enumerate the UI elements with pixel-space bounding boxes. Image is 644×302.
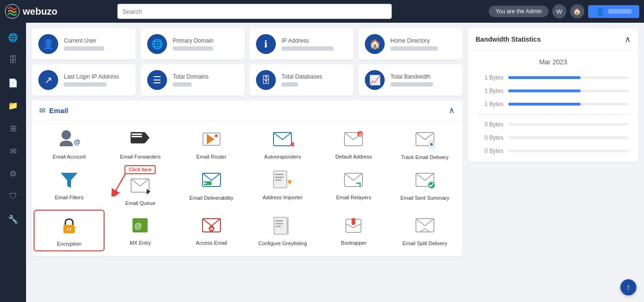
default-address-icon: @: [342, 129, 365, 151]
sidebar: 🌐 🗄 📄 📁 ⊞ ✉ ⚙ 🛡 🔧: [0, 23, 26, 302]
home-icon[interactable]: 🏠: [570, 4, 584, 18]
encryption-icon: [58, 216, 80, 238]
svg-point-17: [430, 143, 433, 146]
home-directory-icon: 🏠: [365, 34, 385, 54]
total-bandwidth-label: Total Bandwidth: [390, 73, 433, 80]
email-section-collapse[interactable]: ∧: [449, 105, 455, 115]
svg-rect-29: [275, 179, 282, 181]
click-here-arrow: [111, 173, 130, 196]
card-ip-address: ℹ IP Address: [249, 28, 353, 60]
card-primary-domain: 🌐 Primary Domain: [141, 28, 245, 60]
svg-rect-5: [132, 133, 142, 135]
bandwidth-bar-0: [508, 76, 581, 79]
email-account-item[interactable]: @ Email Account: [34, 124, 105, 164]
svg-marker-18: [61, 173, 78, 188]
mx-entry-item[interactable]: @ MX Entry: [105, 210, 176, 251]
bandwidth-bar-wrap-1: [508, 89, 629, 92]
email-deliverability-label: Email Deliverability: [189, 195, 233, 201]
email-queue-item[interactable]: Click here E: [105, 164, 176, 210]
autoresponders-item[interactable]: Autoresponders: [247, 124, 318, 164]
bandwidth-bar-1: [508, 89, 581, 92]
bandwidth-bar-wrap-3: [508, 123, 629, 126]
boxtrapper-item[interactable]: Boxtrapper: [318, 210, 389, 251]
sidebar-item-mail[interactable]: ✉: [5, 143, 21, 159]
address-importer-icon: [271, 170, 294, 192]
track-email-delivery-icon: [414, 129, 436, 151]
default-address-item[interactable]: @ Default Address: [318, 124, 389, 164]
sidebar-item-shield[interactable]: 🛡: [5, 188, 21, 204]
email-queue-icon: [129, 176, 151, 197]
search-input[interactable]: [117, 4, 392, 19]
email-filters-item[interactable]: Email Filters: [34, 164, 105, 210]
click-here-badge: Click here: [125, 165, 156, 174]
svg-point-1: [62, 130, 71, 140]
scroll-up-button[interactable]: ↑: [620, 279, 636, 295]
primary-domain-label: Primary Domain: [173, 37, 213, 44]
ip-address-icon: ℹ: [256, 34, 276, 54]
bandwidth-row-0: 1 Bytes: [477, 74, 629, 81]
svg-text:@: @: [134, 222, 142, 230]
svg-line-52: [425, 229, 430, 232]
mx-entry-icon: @: [129, 215, 151, 237]
sidebar-item-database[interactable]: 🗄: [5, 52, 21, 68]
svg-rect-44: [275, 220, 283, 222]
email-sent-summary-label: Email Sent Summary: [400, 195, 449, 201]
sidebar-item-file[interactable]: 📄: [5, 75, 21, 91]
address-importer-label: Address Importer: [263, 195, 302, 200]
wordpress-icon[interactable]: W: [552, 4, 566, 18]
total-databases-icon: 🗄: [256, 70, 276, 90]
email-router-icon: [200, 129, 223, 151]
email-forwarders-icon: [129, 129, 151, 151]
logo[interactable]: webuzo: [5, 4, 66, 19]
email-filters-label: Email Filters: [55, 195, 84, 200]
track-email-delivery-item[interactable]: Track Email Delivery: [389, 124, 460, 164]
address-importer-item[interactable]: Address Importer: [247, 164, 318, 210]
email-split-delivery-icon: [414, 215, 436, 237]
autoresponders-icon: [271, 129, 294, 151]
primary-domain-icon: 🌐: [147, 34, 167, 54]
email-section-icon: ✉: [39, 106, 45, 115]
bandwidth-label-0: 1 Bytes: [477, 74, 503, 81]
sidebar-item-wrench[interactable]: 🔧: [5, 211, 21, 227]
email-relayers-item[interactable]: Email Relayers: [318, 164, 389, 210]
bandwidth-section: Bandwidth Statistics ∧ Mar 2023 1 Bytes1…: [468, 28, 638, 162]
email-section-title: Email: [49, 107, 68, 115]
admin-button[interactable]: You are the Admin: [489, 6, 548, 17]
current-user-icon: 👤: [38, 34, 58, 54]
bandwidth-bar-2: [508, 103, 581, 106]
card-total-bandwidth: 📈 Total Bandwidth: [358, 64, 462, 96]
bandwidth-collapse[interactable]: ∧: [625, 34, 631, 44]
sidebar-item-folder[interactable]: 📁: [5, 98, 21, 114]
access-email-item[interactable]: ✉ Access Email: [176, 210, 247, 251]
email-router-item[interactable]: Email Router: [176, 124, 247, 164]
email-split-delivery-item[interactable]: Email Split Delivery: [389, 210, 460, 251]
configure-greylisting-item[interactable]: Configure Greylisting: [247, 210, 318, 251]
access-email-label: Access Email: [196, 240, 227, 246]
svg-rect-27: [275, 174, 283, 175]
email-router-label: Email Router: [196, 154, 227, 160]
logo-text: webuzo: [23, 6, 57, 17]
email-sent-summary-item[interactable]: Email Sent Summary: [389, 164, 460, 210]
bandwidth-month: Mar 2023: [477, 58, 629, 66]
sidebar-item-gear[interactable]: ⚙: [5, 166, 21, 182]
card-total-domains: ☰ Total Domains: [141, 64, 245, 96]
boxtrapper-label: Boxtrapper: [341, 240, 367, 246]
svg-marker-8: [207, 134, 214, 144]
svg-line-51: [420, 229, 425, 232]
bandwidth-row-1: 1 Bytes: [477, 88, 629, 94]
svg-rect-25: [204, 183, 207, 184]
configure-greylisting-label: Configure Greylisting: [258, 240, 307, 247]
user-badge[interactable]: 👤: [588, 5, 639, 18]
boxtrapper-icon: [342, 215, 365, 237]
sidebar-item-globe[interactable]: 🌐: [5, 29, 21, 45]
email-account-label: Email Account: [53, 154, 86, 160]
email-deliverability-item[interactable]: Email Deliverability: [176, 164, 247, 210]
sidebar-item-grid[interactable]: ⊞: [5, 120, 21, 136]
last-login-ip-icon: ↗: [38, 70, 58, 90]
email-forwarders-item[interactable]: Email Forwarders: [105, 124, 176, 164]
email-split-delivery-label: Email Split Delivery: [402, 240, 447, 247]
svg-rect-45: [275, 223, 283, 224]
email-queue-label: Email Queue: [125, 200, 156, 206]
encryption-item[interactable]: Encryption: [34, 210, 105, 251]
bandwidth-label-5: 0 Bytes: [477, 148, 503, 154]
